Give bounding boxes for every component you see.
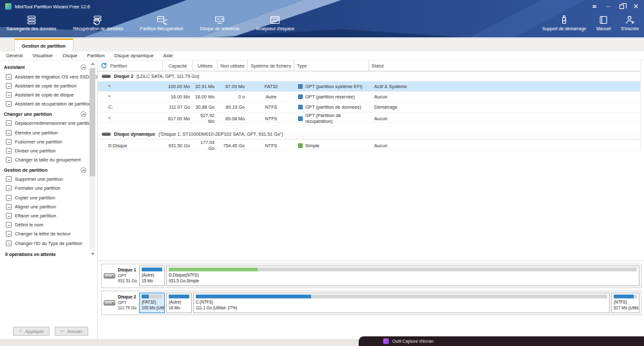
scroll-down-icon[interactable] [91, 253, 95, 255]
column-header-partition[interactable]: Partition [98, 60, 163, 71]
table-header-row: PartitionCapacitéUtiliséeNon utiliséeSys… [98, 60, 640, 71]
type-color-square [298, 116, 303, 121]
sidebar-section-header[interactable]: Assistant [0, 62, 97, 72]
partition-row[interactable]: *:617.00 Mo527.92 Mo89.08 MoNTFSGPT (Par… [98, 113, 640, 123]
partition-row[interactable]: *:16.00 Mo16.00 Mo0 oAutreGPT (partition… [98, 92, 640, 102]
sidebar-scrollbar[interactable] [90, 62, 95, 256]
menu-item-aide[interactable]: Aide [164, 53, 173, 59]
partition-row[interactable]: C:111.07 Go30.88 Go80.19 GoNTFSGPT (part… [98, 102, 640, 113]
column-header-utilis-e[interactable]: Utilisée [193, 60, 218, 71]
refresh-icon[interactable] [100, 62, 107, 70]
close-icon[interactable] [633, 3, 639, 10]
extend-icon [6, 130, 12, 136]
toolbar-item-label: Analyseur d'espace [256, 26, 294, 31]
disk-group-row[interactable]: Disque 2 (LDLC SATA, GPT, 111.79 Go) [98, 71, 640, 82]
toolbar-item-space-analyzer[interactable]: Analyseur d'espace [256, 15, 294, 37]
hamburger-menu-icon[interactable] [592, 4, 597, 10]
restore-icon[interactable] [620, 5, 624, 9]
partition-block[interactable]: C:(NTFS)111.1 Go (Utilisé: 27%) [193, 293, 610, 313]
toolbar-item-disk-benchmark[interactable]: Disque de référence [200, 15, 240, 37]
collapse-chevron-icon[interactable] [80, 167, 86, 173]
sidebar-item-migrate-os[interactable]: Assistant de migration OS vers SSD/HD [0, 72, 97, 81]
toolbar-item-bootable-media[interactable]: Support de démarrage [542, 15, 586, 37]
partition-name-cell: *: [98, 116, 163, 122]
menu-item-partition[interactable]: Partition [87, 53, 104, 59]
partition-row[interactable]: *:100.00 Mo32.91 Mo67.09 MoFAT32GPT (par… [98, 82, 640, 92]
used-cell: 527.92 Mo [193, 113, 218, 124]
column-header-syst-me-de-fichiers[interactable]: Système de fichiers [248, 60, 294, 71]
disk-group-row[interactable]: Disque dynamique ("Disque 1, ST1000DM010… [98, 129, 640, 140]
sidebar-item-drive-letter[interactable]: Changer la lettre de lecteur [0, 230, 97, 239]
column-header-type[interactable]: Type [294, 60, 369, 71]
toolbar-right-group: Support de démarrageManuelS'inscrire [542, 15, 639, 37]
sidebar-section-header[interactable]: Gestion de partition [0, 165, 97, 175]
sidebar-item-copy-partition-wizard[interactable]: Assistant de copie de partition [0, 81, 97, 90]
menu-item-visualiser[interactable]: Visualiser [32, 53, 53, 59]
sidebar-item-wipe[interactable]: Effacer une partition [0, 211, 97, 220]
type-label: GPT (partition réservée) [305, 94, 355, 100]
capacity-cell: 111.07 Go [163, 104, 193, 110]
usage-bar-fill [169, 268, 258, 271]
merge-icon [6, 139, 12, 145]
column-header-label: Système de fichiers [251, 63, 291, 69]
partition-block[interactable]: (Autre)16 Mo [166, 293, 192, 313]
column-header-statut[interactable]: Statut [369, 60, 640, 71]
partition-block[interactable]: (NTFS)617 Mo (Utilis [611, 293, 639, 313]
toolbar-item-partition-recovery[interactable]: Partition Récupération [140, 15, 183, 37]
collapse-chevron-icon[interactable] [80, 64, 86, 70]
capacity-cell: 100.00 Mo [163, 84, 193, 89]
usage-bar-fill [142, 268, 162, 271]
sidebar-item-label: Assistant de migration OS vers SSD/HD [15, 74, 97, 80]
tab-gestion-de-partition[interactable]: Gestion de partition [14, 39, 73, 51]
toolbar-item-register[interactable]: S'inscrire [621, 15, 639, 37]
collapse-chevron-icon[interactable] [80, 111, 86, 117]
partition-block-label: C:(NTFS) [196, 300, 607, 305]
toolbar-item-data-recovery[interactable]: Récupération de données [73, 15, 123, 37]
sidebar-item-type-id[interactable]: Changer l'ID du Type de partition [0, 239, 97, 248]
unused-cell: 80.19 Go [218, 104, 248, 110]
snipping-tool-titlebar[interactable]: Outil Capture d'écran [359, 336, 644, 346]
scrollbar-thumb[interactable] [90, 68, 95, 176]
status-cell: Aucun [369, 143, 640, 149]
sidebar-item-label: Effacer une partition [15, 213, 56, 219]
sidebar-item-align[interactable]: Aligner une partition [0, 202, 97, 211]
usage-bar-fill [142, 295, 149, 298]
sidebar-item-format[interactable]: Formater une partition [0, 184, 97, 193]
apply-button[interactable]: ✓ Appliquer [13, 327, 50, 336]
disk-map-info[interactable]: Disque 2GPT111.79 Go [102, 291, 138, 314]
type-label: GPT (partition système EFI) [305, 84, 363, 89]
undo-button[interactable]: ↩ Annuler [55, 327, 88, 336]
sidebar-item-partition-recovery-wizard[interactable]: Assistant de récupération de partition [0, 100, 97, 109]
column-header-non-utilis-e[interactable]: Non utilisée [218, 60, 248, 71]
sidebar-item-copy[interactable]: Copier une partition [0, 193, 97, 202]
toolbar-item-manual[interactable]: Manuel [596, 15, 611, 37]
partition-block[interactable]: D:Disque(NTFS)931.5 Go,Simple [166, 266, 639, 286]
column-header-label: Utilisée [198, 63, 213, 69]
toolbar-item-label: S'inscrire [621, 26, 639, 31]
migrate-os-icon [6, 74, 12, 80]
scroll-up-icon[interactable] [91, 62, 95, 65]
toolbar-item-data-backup[interactable]: Sauvegarde des données [6, 15, 56, 37]
sidebar-item-set-label[interactable]: Définir le nom [0, 221, 97, 230]
sidebar-item-move-resize[interactable]: Déplacer/redimensionner une partition [0, 119, 97, 128]
sidebar-item-delete[interactable]: Supprimer une partition [0, 175, 97, 184]
column-header-capacit-[interactable]: Capacité [163, 60, 193, 71]
sidebar-item-label: Étendre une partition [15, 130, 58, 136]
sidebar-item-merge[interactable]: Fusionner une partition [0, 137, 97, 146]
type-id-icon [6, 241, 12, 246]
minimize-icon[interactable] [606, 3, 611, 10]
menu-item-disque[interactable]: Disque [62, 53, 77, 59]
partition-block[interactable]: (Autre)15 Mo [139, 266, 165, 286]
sidebar-section-header[interactable]: Changer une partition [0, 109, 97, 119]
sidebar-item-split[interactable]: Diviser une partition [0, 146, 97, 155]
menu-item-disque-dynamique[interactable]: Disque dynamique [114, 53, 153, 59]
menu-item-g-n-ral[interactable]: Général [6, 53, 23, 59]
sidebar-item-cluster-size[interactable]: Changer la taille du groupement [0, 156, 97, 165]
disk-group-details: (LDLC SATA, GPT, 111.79 Go) [137, 73, 199, 79]
disk-map-info[interactable]: Disque 1GPT931.51 Go [102, 264, 138, 287]
sidebar-item-extend[interactable]: Étendre une partition [0, 128, 97, 137]
partition-block[interactable]: (FAT32)100 Mo (Utilis [139, 293, 165, 313]
partition-name-cell: C: [98, 104, 163, 110]
partition-row[interactable]: D:Disque931.50 Go177.04 Go754.45 GoNTFSS… [98, 140, 640, 150]
sidebar-item-copy-disk-wizard[interactable]: Assistant de copie de disque [0, 90, 97, 99]
